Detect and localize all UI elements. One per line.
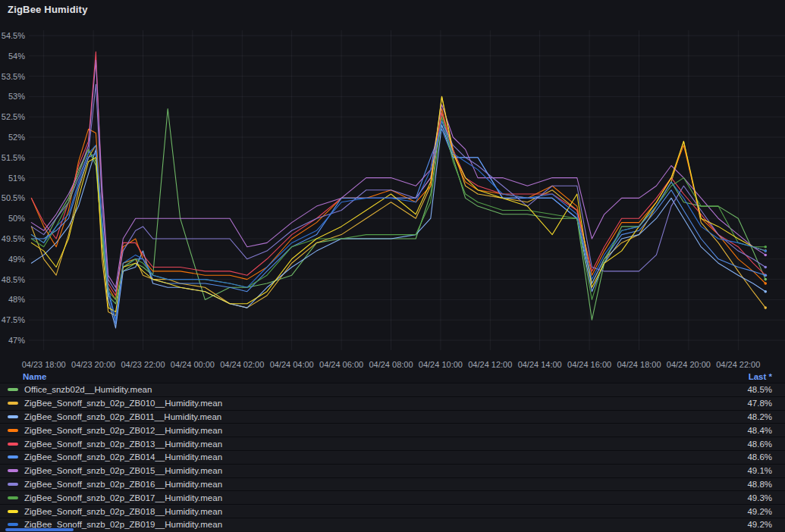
legend-last-column-header[interactable]: Last * xyxy=(749,372,772,381)
x-axis-tick-label: 04/24 20:00 xyxy=(667,360,711,369)
series-line[interactable] xyxy=(31,96,765,315)
x-axis-tick-label: 04/24 00:00 xyxy=(171,360,215,369)
series-name[interactable]: ZigBee_Sonoff_snzb_02p_ZB018__Humidity.m… xyxy=(24,507,222,516)
series-last-value: 48.6% xyxy=(747,440,772,449)
series-last-value: 48.4% xyxy=(747,426,772,435)
x-axis-tick-label: 04/24 08:00 xyxy=(369,360,413,369)
y-axis-tick-label: 51.5% xyxy=(2,153,25,162)
series-color-swatch[interactable] xyxy=(8,469,18,472)
series-color-swatch[interactable] xyxy=(8,523,18,526)
horizontal-scrollbar-thumb[interactable] xyxy=(5,528,74,531)
series-endpoint-dot xyxy=(764,274,767,277)
series-name[interactable]: Office_snzb02d__Humidity.mean xyxy=(24,385,152,394)
series-color-swatch[interactable] xyxy=(8,483,18,486)
x-axis-tick-label: 04/24 06:00 xyxy=(319,360,363,369)
x-axis-tick-label: 04/23 20:00 xyxy=(71,360,115,369)
time-series-chart[interactable]: 54.5%54%53.5%53%52.5%52%51.5%51%50.5%50%… xyxy=(0,0,785,371)
series-line[interactable] xyxy=(31,129,765,324)
y-axis-tick-label: 50.5% xyxy=(2,193,25,202)
legend-rows: Office_snzb02d__Humidity.mean48.5%ZigBee… xyxy=(0,383,785,531)
x-axis-tick-label: 04/23 18:00 xyxy=(22,360,66,369)
series-endpoint-dot xyxy=(764,254,767,257)
series-last-value: 49.2% xyxy=(747,507,772,516)
series-color-swatch[interactable] xyxy=(8,402,18,405)
legend-row[interactable]: ZigBee_Sonoff_snzb_02p_ZB017__Humidity.m… xyxy=(0,490,785,504)
x-axis-tick-label: 04/24 02:00 xyxy=(220,360,264,369)
legend-row[interactable]: ZigBee_Sonoff_snzb_02p_ZB013__Humidity.m… xyxy=(0,437,785,450)
series-last-value: 48.8% xyxy=(747,480,772,489)
series-color-swatch[interactable] xyxy=(8,455,18,458)
series-endpoint-dot xyxy=(764,266,767,269)
y-axis-tick-label: 51% xyxy=(8,174,25,183)
series-last-value: 49.1% xyxy=(747,466,772,475)
series-name[interactable]: ZigBee_Sonoff_snzb_02p_ZB014__Humidity.m… xyxy=(24,452,222,462)
series-endpoint-dot xyxy=(764,246,767,249)
series-color-swatch[interactable] xyxy=(8,510,18,513)
y-axis-tick-label: 53.5% xyxy=(2,72,25,81)
y-axis-tick-label: 53% xyxy=(8,92,25,101)
series-name[interactable]: ZigBee_Sonoff_snzb_02p_ZB010__Humidity.m… xyxy=(24,399,222,408)
series-name[interactable]: ZigBee_Sonoff_snzb_02p_ZB017__Humidity.m… xyxy=(24,493,222,502)
series-endpoint-dot xyxy=(764,306,767,309)
x-axis-tick-label: 04/24 16:00 xyxy=(567,360,611,369)
x-axis-tick-label: 04/24 04:00 xyxy=(270,360,314,369)
series-last-value: 49.2% xyxy=(747,520,772,529)
x-axis-tick-label: 04/24 14:00 xyxy=(518,360,562,369)
legend-row[interactable]: ZigBee_Sonoff_snzb_02p_ZB019__Humidity.m… xyxy=(0,518,785,531)
series-endpoint-dot xyxy=(764,290,767,293)
legend-row[interactable]: Office_snzb02d__Humidity.mean48.5% xyxy=(0,383,785,396)
series-endpoint-dot xyxy=(764,249,767,252)
series-name[interactable]: ZigBee_Sonoff_snzb_02p_ZB011__Humidity.m… xyxy=(24,412,221,421)
x-axis-tick-label: 04/24 18:00 xyxy=(617,360,661,369)
y-axis-tick-label: 52% xyxy=(8,133,25,142)
x-axis-tick-label: 04/23 22:00 xyxy=(121,360,165,369)
series-color-swatch[interactable] xyxy=(8,415,18,418)
y-axis-tick-label: 54% xyxy=(8,52,25,61)
y-axis-tick-label: 50% xyxy=(8,214,25,223)
y-axis-tick-label: 47.5% xyxy=(2,315,25,324)
series-name[interactable]: ZigBee_Sonoff_snzb_02p_ZB016__Humidity.m… xyxy=(24,480,222,489)
legend-name-column-header[interactable]: Name xyxy=(23,372,46,381)
series-endpoint-dot xyxy=(764,282,767,285)
legend-row[interactable]: ZigBee_Sonoff_snzb_02p_ZB011__Humidity.m… xyxy=(0,410,785,424)
series-name[interactable]: ZigBee_Sonoff_snzb_02p_ZB013__Humidity.m… xyxy=(24,440,222,449)
series-color-swatch[interactable] xyxy=(8,443,18,446)
legend-row[interactable]: ZigBee_Sonoff_snzb_02p_ZB010__Humidity.m… xyxy=(0,396,785,410)
series-last-value: 48.6% xyxy=(747,452,772,462)
series-name[interactable]: ZigBee_Sonoff_snzb_02p_ZB012__Humidity.m… xyxy=(24,426,222,435)
x-axis-tick-label: 04/24 10:00 xyxy=(419,360,463,369)
y-axis-tick-label: 49.5% xyxy=(2,234,25,243)
series-line[interactable] xyxy=(31,121,765,321)
y-axis-tick-label: 49% xyxy=(8,255,25,264)
series-line[interactable] xyxy=(31,84,765,291)
series-color-swatch[interactable] xyxy=(8,429,18,432)
series-color-swatch[interactable] xyxy=(8,496,18,499)
y-axis-tick-label: 54.5% xyxy=(2,31,25,40)
series-last-value: 48.5% xyxy=(747,385,772,394)
legend-table: Name Last * Office_snzb02d__Humidity.mea… xyxy=(0,371,785,532)
legend-row[interactable]: ZigBee_Sonoff_snzb_02p_ZB018__Humidity.m… xyxy=(0,504,785,518)
series-last-value: 49.3% xyxy=(747,493,772,502)
y-axis-tick-label: 52.5% xyxy=(2,112,25,121)
series-last-value: 47.8% xyxy=(747,399,772,408)
legend-row[interactable]: ZigBee_Sonoff_snzb_02p_ZB012__Humidity.m… xyxy=(0,423,785,437)
y-axis-tick-label: 48.5% xyxy=(2,275,25,284)
series-last-value: 48.2% xyxy=(747,412,772,421)
x-axis-tick-label: 04/24 12:00 xyxy=(468,360,512,369)
series-endpoint-dot xyxy=(764,278,767,281)
series-color-swatch[interactable] xyxy=(8,388,18,391)
series-line[interactable] xyxy=(31,125,765,328)
legend-row[interactable]: ZigBee_Sonoff_snzb_02p_ZB014__Humidity.m… xyxy=(0,450,785,464)
series-name[interactable]: ZigBee_Sonoff_snzb_02p_ZB015__Humidity.m… xyxy=(24,466,222,475)
legend-row[interactable]: ZigBee_Sonoff_snzb_02p_ZB016__Humidity.m… xyxy=(0,477,785,491)
y-axis-tick-label: 47% xyxy=(8,336,25,345)
x-axis-tick-label: 04/24 22:00 xyxy=(716,360,760,369)
y-axis-tick-label: 48% xyxy=(8,295,25,304)
legend-row[interactable]: ZigBee_Sonoff_snzb_02p_ZB015__Humidity.m… xyxy=(0,464,785,477)
grafana-panel: ZigBee Humidity 54.5%54%53.5%53%52.5%52%… xyxy=(0,0,785,532)
series-line[interactable] xyxy=(31,109,765,321)
legend-header: Name Last * xyxy=(0,371,785,383)
